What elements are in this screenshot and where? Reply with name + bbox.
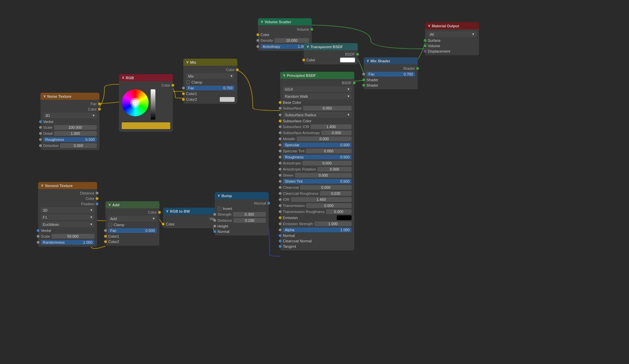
add-color-output-socket[interactable]: [158, 211, 161, 214]
principled-alpha-socket[interactable]: [279, 229, 281, 231]
principled-transmission-socket[interactable]: [279, 204, 281, 207]
principled-sheen-field[interactable]: 0.000: [295, 173, 352, 178]
add-clamp-row[interactable]: Clamp: [106, 222, 159, 228]
principled-normal-socket[interactable]: [279, 234, 281, 237]
principled-roughness-socket[interactable]: [279, 156, 281, 158]
noise-dropdown-row[interactable]: 3D ▾: [40, 112, 99, 119]
transparent-color-socket[interactable]: [302, 59, 305, 61]
principled-clearcoat-roughness-socket[interactable]: [279, 192, 281, 195]
bump-invert-checkbox[interactable]: [217, 207, 221, 211]
principled-tangent-socket[interactable]: [279, 245, 281, 248]
principled-specular-field[interactable]: Specular 0.500: [283, 143, 352, 147]
color-strip[interactable]: [151, 89, 155, 120]
voronoi-vector-socket[interactable]: [37, 229, 39, 232]
add-collapse-icon[interactable]: ∨: [108, 203, 111, 207]
voronoi-randomness-field[interactable]: Randomness 1.000: [41, 240, 94, 245]
material-output-dropdown-row[interactable]: All ▾: [425, 31, 479, 38]
material-output-surface-socket[interactable]: [424, 39, 426, 42]
bump-strength-socket[interactable]: [213, 213, 216, 216]
principled-subsurface-radius-field[interactable]: Subsurface Radius ▾: [283, 112, 352, 118]
material-output-dropdown[interactable]: All ▾: [428, 31, 476, 37]
voronoi-color-socket[interactable]: [96, 197, 98, 200]
mix-dropdown-row[interactable]: Mix ▾: [183, 72, 237, 80]
color-wheel[interactable]: [122, 89, 149, 116]
volume-scatter-density-field[interactable]: 10.000: [274, 38, 309, 43]
mix-color2-socket[interactable]: [182, 98, 185, 101]
volume-scatter-color-socket[interactable]: [257, 33, 259, 36]
bump-distance-socket[interactable]: [213, 219, 216, 222]
noise-vector-socket[interactable]: [39, 120, 42, 123]
volume-scatter-collapse-icon[interactable]: ∨: [261, 20, 263, 24]
principled-anisotropic-rotation-socket[interactable]: [279, 168, 281, 171]
add-fac-socket[interactable]: [104, 229, 107, 232]
mix-clamp-checkbox[interactable]: [186, 80, 190, 84]
voronoi-position-socket[interactable]: [96, 203, 98, 205]
noise-dimension-dropdown[interactable]: 3D ▾: [43, 113, 97, 118]
principled-ior-socket[interactable]: [279, 198, 281, 201]
mix-type-dropdown[interactable]: Mix ▾: [186, 73, 235, 79]
rgb-bw-collapse-icon[interactable]: ∨: [166, 209, 169, 213]
principled-subsurface-radius-socket[interactable]: [279, 114, 281, 116]
voronoi-distance-dropdown[interactable]: Euclidean ▾: [41, 221, 94, 227]
transparent-bsdf-output-socket[interactable]: [356, 53, 359, 56]
voronoi-dd3-row[interactable]: Euclidean ▾: [38, 221, 97, 228]
material-output-displacement-socket[interactable]: [424, 50, 426, 53]
mix-shader-shader2-socket[interactable]: [362, 84, 365, 87]
material-output-collapse-icon[interactable]: ∨: [428, 24, 430, 28]
bump-normal-input-socket[interactable]: [213, 230, 216, 233]
principled-subsurface-color-socket[interactable]: [279, 120, 281, 122]
mix-color-output-socket[interactable]: [236, 68, 239, 71]
add-fac-field[interactable]: Fac 0.500: [108, 228, 157, 233]
rgb-color-socket[interactable]: [172, 84, 174, 87]
noise-detail-socket[interactable]: [39, 132, 42, 135]
noise-roughness-field[interactable]: Roughness 0.500: [43, 137, 97, 142]
principled-transmission-roughness-socket[interactable]: [279, 210, 281, 213]
add-dropdown-row[interactable]: Add ▾: [106, 215, 159, 222]
noise-distortion-field[interactable]: 0.000: [60, 143, 97, 148]
principled-anisotropic-field[interactable]: 0.000: [302, 161, 352, 165]
mix-fac-socket[interactable]: [182, 87, 185, 89]
mix-collapse-icon[interactable]: ∨: [186, 60, 189, 64]
noise-scale-socket[interactable]: [39, 126, 42, 129]
principled-anisotropic-rotation-field[interactable]: 0.000: [317, 167, 352, 172]
principled-sheen-tint-field[interactable]: Sheen Tint 0.500: [283, 179, 352, 184]
add-color2-socket[interactable]: [104, 240, 107, 243]
noise-detail-field[interactable]: 1.000: [54, 131, 97, 136]
principled-ggx-dropdown[interactable]: GGX ▾: [283, 86, 352, 92]
principled-sheen-socket[interactable]: [279, 174, 281, 177]
rgb-color-picker[interactable]: [119, 88, 173, 121]
principled-ggx-row[interactable]: GGX ▾: [280, 86, 354, 93]
principled-transmission-field[interactable]: 0.000: [306, 203, 352, 208]
noise-color-socket[interactable]: [98, 108, 101, 111]
collapse-icon[interactable]: ∨: [43, 94, 46, 98]
principled-specular-tint-field[interactable]: 0.000: [306, 149, 352, 153]
principled-emission-strength-field[interactable]: 1.000: [314, 221, 352, 226]
mix-shader-shader1-socket[interactable]: [362, 79, 365, 81]
principled-anisotropic-socket[interactable]: [279, 162, 281, 164]
voronoi-dd1-row[interactable]: 3D ▾: [38, 207, 97, 214]
mix-fac-field[interactable]: Fac 0.700: [186, 86, 235, 90]
principled-subsurface-anisotropy-field[interactable]: 0.000: [321, 130, 352, 135]
voronoi-dd2-row[interactable]: F1 ▾: [38, 214, 97, 221]
principled-metallic-socket[interactable]: [279, 138, 281, 140]
principled-subsurface-anisotropy-socket[interactable]: [279, 131, 281, 134]
mix-shader-fac-socket[interactable]: [362, 73, 365, 75]
mix-color1-socket[interactable]: [182, 92, 185, 95]
rgb-bw-color-socket[interactable]: [162, 223, 164, 225]
add-clamp-checkbox[interactable]: [108, 223, 112, 227]
bump-height-socket[interactable]: [213, 225, 216, 228]
principled-specular-tint-socket[interactable]: [279, 150, 281, 152]
principled-subsurface-field[interactable]: 0.050: [303, 106, 352, 111]
principled-transmission-roughness-field[interactable]: 0.000: [326, 209, 352, 214]
voronoi-scale-field[interactable]: 50.000: [52, 234, 94, 239]
principled-subsurface-socket[interactable]: [279, 107, 281, 110]
voronoi-feature-dropdown[interactable]: F1 ▾: [41, 214, 94, 220]
principled-random-walk-row[interactable]: Random Walk ▾: [280, 93, 354, 100]
principled-clearcoat-socket[interactable]: [279, 186, 281, 189]
bump-distance-field[interactable]: 0.100: [233, 218, 266, 223]
principled-specular-socket[interactable]: [279, 144, 281, 146]
principled-clearcoat-roughness-field[interactable]: 0.030: [320, 191, 352, 196]
noise-fac-socket[interactable]: [98, 102, 101, 105]
mix-shader-fac-field[interactable]: Fac 0.700: [366, 72, 415, 77]
principled-collapse-icon[interactable]: ∨: [283, 73, 286, 78]
